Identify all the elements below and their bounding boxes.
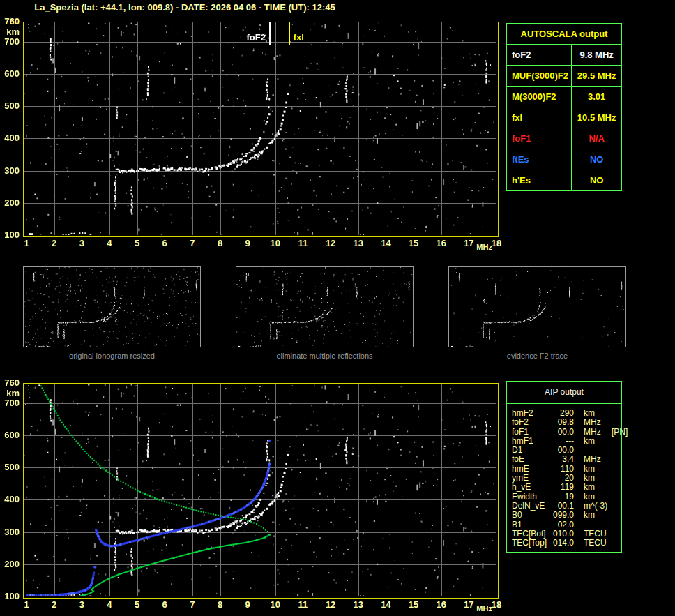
aip-value: 099.0 <box>551 511 574 520</box>
aip-extra <box>612 437 620 446</box>
aip-extra <box>612 539 620 548</box>
autoscala-table-row: MUF(3000)F229.5 MHz <box>507 66 622 87</box>
y-tick-label: 700 <box>0 398 20 408</box>
aip-table-row: Ewidth19km <box>512 493 620 502</box>
aip-table-row: ymE20km <box>512 474 620 483</box>
y-tick-label: 600 <box>0 430 20 440</box>
aip-extra <box>612 446 620 455</box>
y-tick-label: 100 <box>0 592 20 601</box>
aip-label: hmF1 <box>512 437 551 446</box>
y-tick-label: 100 <box>0 230 20 240</box>
y-tick-label: 400 <box>0 133 20 143</box>
aip-extra <box>612 455 620 464</box>
thumbnail-evidence-f2 <box>448 266 626 347</box>
x-tick-label: 2 <box>47 600 62 610</box>
x-tick-label: 13 <box>351 600 366 610</box>
x-tick-label: 16 <box>434 600 449 610</box>
aip-label: Ewidth <box>512 493 551 502</box>
x-tick-label: 11 <box>295 600 310 610</box>
aip-table-row: DelN_vE00.1m^(-3) <box>512 502 620 511</box>
x-tick-label: 1 <box>19 239 34 248</box>
y-tick-label: 760 <box>0 17 20 27</box>
aip-unit: m^(-3) <box>584 502 612 511</box>
aip-label: TEC[Bot] <box>512 529 551 539</box>
aip-value: 19 <box>551 493 574 502</box>
aip-table-row: hmE110km <box>512 465 620 474</box>
aip-label: hmF2 <box>512 409 551 418</box>
thumbnail-canvas-2 <box>236 267 413 347</box>
autoscala-table-row: foF1N/A <box>507 128 622 149</box>
y-tick-label: 500 <box>0 463 20 472</box>
aip-value: 014.0 <box>551 539 574 548</box>
aip-value: 290 <box>551 409 574 418</box>
aip-value: --- <box>551 437 574 446</box>
x-tick-label: 11 <box>295 239 310 248</box>
aip-label: B1 <box>512 520 551 529</box>
aip-unit: km <box>584 474 612 483</box>
aip-unit <box>584 520 612 529</box>
aip-extra <box>612 511 620 520</box>
aip-header-divider <box>507 403 621 404</box>
aip-extra <box>612 409 620 418</box>
y-tick-label: 500 <box>0 101 20 111</box>
y-axis-unit-label: km <box>0 389 20 398</box>
aip-table-row: TEC[Bot]010.0TECU <box>512 529 620 539</box>
x-tick-label: 2 <box>47 239 62 248</box>
y-tick-label: 200 <box>0 198 20 208</box>
x-tick-label: 8 <box>213 600 228 610</box>
autoscala-param-label: h'Es <box>507 170 572 191</box>
x-tick-label: 6 <box>157 600 172 610</box>
x-tick-label: 8 <box>213 239 228 248</box>
aip-unit: km <box>584 437 612 446</box>
aip-extra <box>612 520 620 529</box>
aip-table-row: foF209.8MHz <box>512 418 620 427</box>
thumbnail-caption-3: evidence F2 trace <box>448 352 626 361</box>
aip-extra <box>612 529 620 539</box>
aip-value: 20 <box>551 474 574 483</box>
thumbnail-original-ionogram <box>23 266 201 347</box>
aip-value: 00.1 <box>551 502 574 511</box>
aip-unit: MHz <box>584 418 612 427</box>
y-tick-label: 700 <box>0 37 20 47</box>
autoscala-table-header: AUTOSCALA output <box>507 24 622 45</box>
x-tick-label: 3 <box>74 239 89 248</box>
x-tick-label: 12 <box>323 600 338 610</box>
aip-unit: MHz <box>584 455 612 464</box>
autoscala-param-label: MUF(3000)F2 <box>507 66 572 87</box>
aip-value: 110 <box>551 465 574 474</box>
aip-label: foF2 <box>512 418 551 427</box>
aip-unit: km <box>584 465 612 474</box>
aip-value: 02.0 <box>551 520 574 529</box>
x-tick-label: 17 <box>461 239 476 248</box>
thumbnail-eliminate-reflections <box>236 266 414 347</box>
aip-value: 00.0 <box>551 428 574 437</box>
thumbnail-canvas-1 <box>24 267 200 347</box>
autoscala-param-label: M(3000)F2 <box>507 87 572 107</box>
aip-unit: TECU <box>584 539 612 548</box>
thumbnail-canvas-3 <box>449 267 625 347</box>
x-tick-label: 6 <box>157 239 172 248</box>
autoscala-table-row: ftEsNO <box>507 149 622 170</box>
aip-value: 119 <box>551 483 574 492</box>
x-tick-label: 13 <box>351 239 366 248</box>
x-tick-label: 15 <box>406 239 421 248</box>
aip-extra <box>612 493 620 502</box>
y-axis-unit-label: km <box>0 27 20 37</box>
aip-value: 010.0 <box>551 529 574 539</box>
autoscala-param-label: foF2 <box>507 45 572 66</box>
aip-table-row: foF100.0MHz[PN] <box>512 428 620 437</box>
x-tick-label: 15 <box>406 600 421 610</box>
aip-label: foE <box>512 455 551 464</box>
x-tick-label: 1 <box>19 600 34 610</box>
aip-extra <box>612 474 620 483</box>
x-axis-unit-label: MHz <box>476 243 492 252</box>
aip-table-row: foE3.4MHz <box>512 455 620 464</box>
x-axis-unit-label: MHz <box>476 604 492 613</box>
autoscala-param-value: NO <box>572 170 622 191</box>
aip-table-row: D100.0 <box>512 446 620 455</box>
aip-unit <box>584 446 612 455</box>
aip-table-row: hmF2290km <box>512 409 620 418</box>
x-tick-label: 10 <box>268 239 283 248</box>
autoscala-param-value: 29.5 MHz <box>572 66 622 87</box>
autoscala-window: La_Spezia (lat: +44.1, lon: 009.8) - DAT… <box>0 0 675 616</box>
